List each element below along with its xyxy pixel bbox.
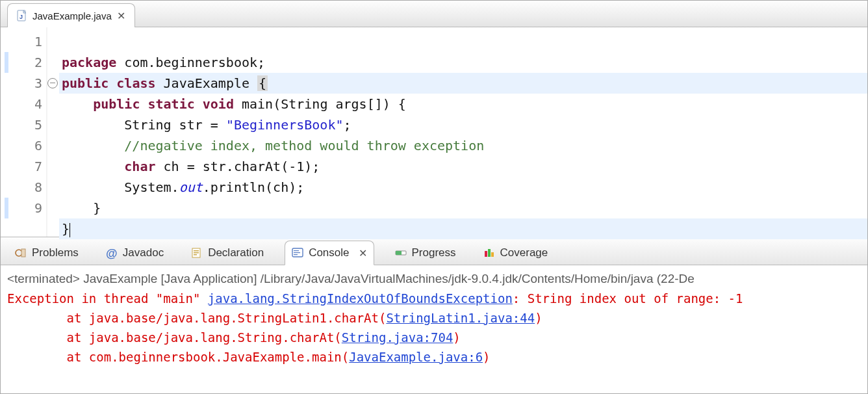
fold-toggle-icon[interactable] <box>47 78 58 88</box>
console-text: Exception in thread "main" java.lang.Str… <box>7 289 861 367</box>
overview-ruler <box>1 27 12 237</box>
close-icon[interactable]: ✕ <box>117 10 125 22</box>
svg-rect-9 <box>294 250 299 251</box>
svg-rect-11 <box>294 254 298 255</box>
ide-window: J JavaExample.java ✕ 1 2 3 4 5 6 <box>0 0 868 394</box>
console-icon <box>292 247 303 259</box>
svg-text:J: J <box>19 14 23 20</box>
editor-tab-label: JavaExample.java <box>32 10 112 21</box>
panel-tab-console[interactable]: Console ✕ <box>285 241 374 265</box>
line-number-gutter: 1 2 3 4 5 6 7 8 9 <box>12 27 47 237</box>
java-file-icon: J <box>17 10 27 21</box>
close-icon[interactable]: ✕ <box>359 247 367 259</box>
editor-tab[interactable]: J JavaExample.java ✕ <box>7 3 135 27</box>
svg-rect-3 <box>21 249 25 257</box>
code-area[interactable]: package com.beginnersbook;public class J… <box>59 27 867 237</box>
editor-tabbar: J JavaExample.java ✕ <box>1 1 867 27</box>
svg-rect-10 <box>294 252 300 253</box>
code-editor[interactable]: 1 2 3 4 5 6 7 8 9 package com.beginnersb… <box>1 27 867 237</box>
stack-link[interactable]: StringLatin1.java:44 <box>386 311 535 325</box>
stack-link[interactable]: JavaExample.java:6 <box>349 350 483 364</box>
console-output[interactable]: <terminated> JavaExample [Java Applicati… <box>1 265 867 393</box>
stack-link[interactable]: String.java:704 <box>342 330 453 345</box>
folding-column[interactable] <box>47 27 59 237</box>
problems-icon <box>15 247 27 259</box>
exception-link[interactable]: java.lang.StringIndexOutOfBoundsExceptio… <box>208 291 513 306</box>
